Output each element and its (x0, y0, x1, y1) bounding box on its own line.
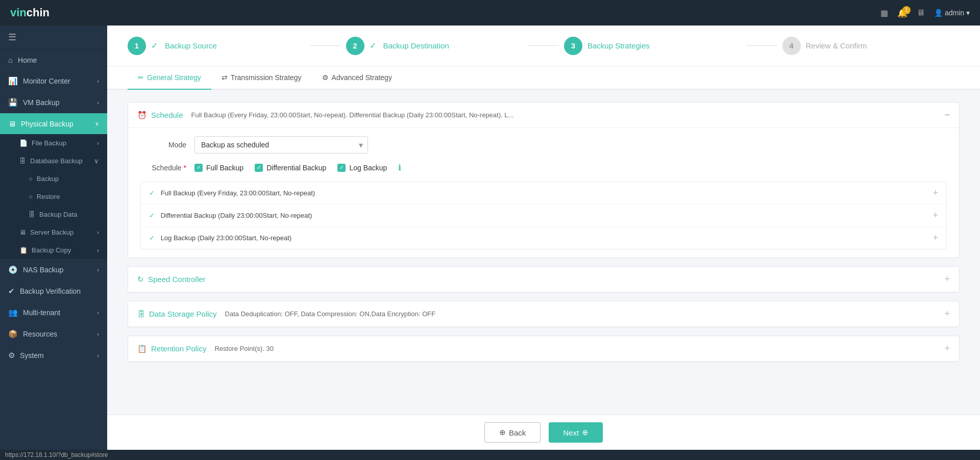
add-log-icon[interactable]: + (933, 233, 938, 243)
sidebar-item-backup-data[interactable]: 🗄 Backup Data (0, 206, 107, 223)
sidebar-item-home[interactable]: ⌂ Home (0, 49, 107, 70)
sidebar-item-resources[interactable]: 📦 Resources › (0, 323, 107, 345)
retention-title: Retention Policy (151, 344, 206, 353)
add-diff-icon[interactable]: + (933, 210, 938, 221)
sidebar-label-backup-verification: Backup Verification (20, 287, 81, 295)
monitor-icon[interactable]: 🖥 (917, 8, 925, 17)
speed-header-left: ↻ Speed Controller (137, 275, 206, 284)
back-button[interactable]: ⊕ Back (484, 422, 541, 443)
schedule-collapse-btn[interactable]: − (944, 110, 950, 120)
step-3-circle: 3 (564, 37, 582, 55)
tab-advanced-strategy[interactable]: ⚙ Advanced Strategy (312, 66, 402, 90)
schedule-row: Schedule ✓ Full Backup ✓ Differential Ba… (140, 163, 947, 172)
step-1-check: ✓ (151, 41, 158, 50)
main-layout: ☰ ⌂ Home 📊 Monitor Center › 💾 VM Backup … (0, 25, 980, 450)
sidebar-item-backup-verification[interactable]: ✔ Backup Verification (0, 280, 107, 302)
cb-full-backup[interactable]: ✓ Full Backup (194, 164, 243, 172)
check-log-icon: ✓ (149, 234, 155, 242)
notification-bell[interactable]: 🔔 1 (897, 8, 908, 18)
sidebar-item-backup-copy[interactable]: 📋 Backup Copy › (0, 241, 107, 259)
user-menu[interactable]: 👤 admin ▾ (934, 9, 970, 17)
sidebar-label-multi-tenant: Multi-tenant (23, 309, 60, 317)
step-2-circle: 2 (346, 37, 364, 55)
sidebar-label-home: Home (18, 56, 37, 64)
sidebar-label-server-backup: Server Backup (30, 228, 74, 236)
mode-select[interactable]: Backup as scheduled Manual Backup No Bac… (194, 136, 368, 154)
step-1-label: Backup Source (165, 41, 217, 50)
sidebar: ☰ ⌂ Home 📊 Monitor Center › 💾 VM Backup … (0, 25, 107, 450)
chevron-resources: › (97, 331, 99, 337)
back-label: Back (509, 428, 526, 437)
step-2: 2 ✓ Backup Destination (346, 37, 524, 55)
retention-card-header: 📋 Retention Policy Restore Point(s). 30 … (128, 336, 959, 362)
data-storage-expand-btn[interactable]: + (944, 309, 950, 319)
backup-copy-icon: 📋 (19, 246, 28, 254)
sidebar-item-vm-backup[interactable]: 💾 VM Backup › (0, 92, 107, 113)
schedule-item-full: ✓ Full Backup (Every Friday, 23:00:00Sta… (141, 182, 946, 205)
stepper: 1 ✓ Backup Source 2 ✓ Backup Destination… (107, 25, 980, 66)
grid-icon[interactable]: ▦ (880, 8, 888, 18)
cb-diff-checkbox[interactable]: ✓ (255, 164, 263, 172)
cb-log-backup[interactable]: ✓ Log Backup (337, 164, 387, 172)
sidebar-item-nas-backup[interactable]: 💿 NAS Backup › (0, 259, 107, 280)
system-icon: ⚙ (8, 351, 15, 360)
cb-differential-backup[interactable]: ✓ Differential Backup (255, 164, 326, 172)
step-divider-1 (310, 45, 341, 46)
retention-policy-card: 📋 Retention Policy Restore Point(s). 30 … (128, 336, 960, 362)
add-full-icon[interactable]: + (933, 188, 938, 198)
physical-backup-icon: 🖥 (8, 119, 16, 128)
retention-header-left: 📋 Retention Policy Restore Point(s). 30 (137, 344, 274, 353)
cb-full-checkbox[interactable]: ✓ (194, 164, 203, 172)
sidebar-item-database-backup[interactable]: 🗄 Database Backup ∨ (0, 152, 107, 170)
tab-general-strategy[interactable]: ✏ General Strategy (128, 66, 211, 90)
data-storage-header-left: 🗄 Data Storage Policy Data Deduplication… (137, 310, 435, 318)
cb-full-label: Full Backup (206, 164, 243, 172)
server-backup-icon: 🖥 (19, 228, 26, 236)
next-icon: ⊕ (582, 428, 589, 437)
mode-label: Mode (140, 141, 186, 149)
sidebar-item-server-backup[interactable]: 🖥 Server Backup › (0, 223, 107, 241)
data-storage-card: 🗄 Data Storage Policy Data Deduplication… (128, 301, 960, 327)
strategy-tabs: ✏ General Strategy ⇄ Transmission Strate… (107, 66, 980, 90)
next-button[interactable]: Next ⊕ (549, 422, 603, 443)
speed-title: Speed Controller (148, 275, 206, 284)
sidebar-label-backup: Backup (37, 175, 59, 183)
speed-expand-btn[interactable]: + (944, 274, 950, 285)
retention-expand-btn[interactable]: + (944, 343, 950, 354)
back-icon: ⊕ (499, 428, 506, 437)
sidebar-label-system: System (20, 351, 44, 360)
sidebar-item-monitor[interactable]: 📊 Monitor Center › (0, 70, 107, 92)
step-3: 3 Backup Strategies (564, 37, 742, 55)
schedule-card-header: ⏰ Schedule Full Backup (Every Friday, 23… (128, 103, 959, 128)
step-3-label: Backup Strategies (587, 41, 650, 50)
sidebar-item-file-backup[interactable]: 📄 File Backup › (0, 134, 107, 152)
sidebar-toggle[interactable]: ☰ (0, 25, 107, 49)
tab-transmission-strategy[interactable]: ⇄ Transmission Strategy (211, 66, 312, 90)
schedule-list: ✓ Full Backup (Every Friday, 23:00:00Sta… (140, 182, 947, 249)
mode-row: Mode Backup as scheduled Manual Backup N… (140, 136, 947, 154)
status-url: https://172.18.1.10/?db_backup#store (5, 451, 108, 458)
step-2-label: Backup Destination (383, 41, 449, 50)
resources-icon: 📦 (8, 329, 18, 339)
backup-sub-icon: ○ (29, 175, 33, 183)
cb-log-checkbox[interactable]: ✓ (337, 164, 346, 172)
step-1: 1 ✓ Backup Source (128, 37, 305, 55)
chevron-vm: › (97, 99, 99, 106)
chevron-system: › (97, 352, 99, 359)
schedule-item-diff: ✓ Differential Backup (Daily 23:00:00Sta… (141, 205, 946, 227)
sidebar-item-restore[interactable]: ○ Restore (0, 188, 107, 206)
sidebar-item-system[interactable]: ⚙ System › (0, 345, 107, 366)
schedule-diff-text: ✓ Differential Backup (Daily 23:00:00Sta… (149, 212, 312, 219)
chevron-multi: › (97, 310, 99, 316)
chevron-db: ∨ (94, 157, 99, 165)
info-icon[interactable]: ℹ (398, 163, 401, 172)
sidebar-item-backup[interactable]: ○ Backup (0, 170, 107, 188)
sidebar-label-vm-backup: VM Backup (23, 98, 60, 107)
sidebar-label-database-backup: Database Backup (30, 157, 83, 165)
sidebar-item-physical-backup[interactable]: 🖥 Physical Backup ∨ (0, 113, 107, 134)
sidebar-item-multi-tenant[interactable]: 👥 Multi-tenant › (0, 302, 107, 323)
content-scroll-area[interactable]: ⏰ Schedule Full Backup (Every Friday, 23… (107, 90, 980, 415)
restore-icon: ○ (29, 193, 33, 200)
sidebar-label-restore: Restore (37, 193, 60, 200)
nav-right: ▦ 🔔 1 🖥 👤 admin ▾ (880, 8, 970, 18)
